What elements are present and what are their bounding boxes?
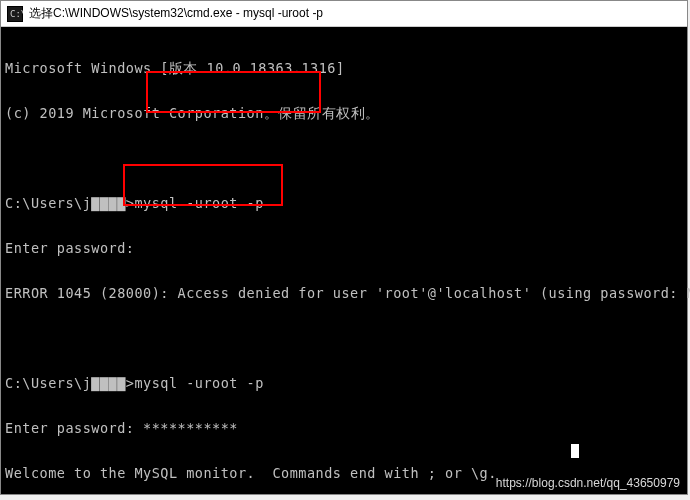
terminal-line: Enter password: (5, 241, 683, 256)
terminal-line: ERROR 1045 (28000): Access denied for us… (5, 286, 683, 301)
watermark-text: https://blog.csdn.net/qq_43650979 (496, 476, 680, 490)
terminal-line: (c) 2019 Microsoft Corporation。保留所有权利。 (5, 106, 683, 121)
terminal-line: Enter password: *********** (5, 421, 683, 436)
terminal-line: Microsoft Windows [版本 10.0.18363.1316] (5, 61, 683, 76)
svg-text:C:\: C:\ (10, 9, 23, 19)
terminal-line (5, 151, 683, 166)
cmd-window: C:\ 选择C:\WINDOWS\system32\cmd.exe - mysq… (0, 0, 688, 495)
terminal-line (5, 331, 683, 346)
cmd-icon: C:\ (7, 6, 23, 22)
terminal-line: C:\Users\j▇▇▇▇>mysql -uroot -p (5, 376, 683, 391)
terminal-line: C:\Users\j▇▇▇▇>mysql -uroot -p (5, 196, 683, 211)
window-titlebar[interactable]: C:\ 选择C:\WINDOWS\system32\cmd.exe - mysq… (1, 1, 687, 27)
terminal-content[interactable]: Microsoft Windows [版本 10.0.18363.1316] (… (1, 27, 687, 500)
window-title: 选择C:\WINDOWS\system32\cmd.exe - mysql -u… (29, 5, 323, 22)
selection-block (571, 444, 579, 458)
